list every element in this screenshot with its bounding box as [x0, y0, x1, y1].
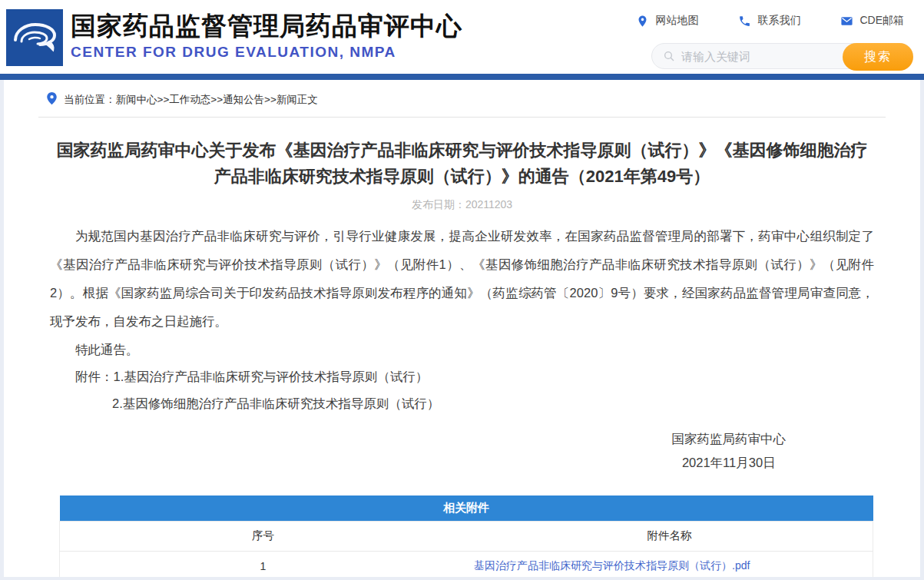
publish-date-value: 20211203: [465, 198, 512, 210]
attachment-file-link-1[interactable]: 基因治疗产品非临床研究与评价技术指导原则（试行）.pdf: [474, 559, 750, 572]
article: 国家药监局药审中心关于发布《基因治疗产品非临床研究与评价技术指导原则（试行）》《…: [4, 138, 920, 577]
cde-mail-link[interactable]: CDE邮箱: [840, 14, 904, 28]
table-row: 1 基因治疗产品非临床研究与评价技术指导原则（试行）.pdf: [60, 551, 873, 577]
signature-block: 国家药监局药审中心 2021年11月30日: [672, 427, 787, 475]
publish-date-label: 发布日期：: [412, 198, 465, 210]
article-title: 国家药监局药审中心关于发布《基因治疗产品非临床研究与评价技术指导原则（试行）》《…: [50, 138, 874, 190]
sitemap-label: 网站地图: [655, 14, 698, 28]
signature-date: 2021年11月30日: [672, 451, 787, 475]
attachment-list-line-2: 2.基因修饰细胞治疗产品非临床研究技术指导原则（试行）: [112, 390, 874, 417]
header-divider-bar: [0, 74, 924, 80]
breadcrumb-path[interactable]: 新闻中心>>工作动态>>通知公告>>新闻正文: [116, 93, 318, 107]
sitemap-link[interactable]: 网站地图: [636, 14, 698, 28]
site-title-en: CENTER FOR DRUG EVALUATION, NMPA: [71, 44, 462, 61]
column-header-name: 附件名称: [466, 521, 873, 551]
content-container: 当前位置： 新闻中心>>工作动态>>通知公告>>新闻正文 国家药监局药审中心关于…: [4, 80, 920, 577]
related-attachments-table: 相关附件 序号 附件名称 1 基因治疗产品非临床研究与评价技术指导原则（试行）.…: [59, 495, 873, 577]
mail-icon: [840, 15, 853, 28]
contact-link[interactable]: 联系我们: [738, 14, 800, 28]
header-quick-links: 网站地图 联系我们 CDE邮箱: [636, 14, 904, 28]
search-bar: 搜索: [651, 43, 913, 69]
attachment-label: 附件：: [75, 370, 114, 383]
article-paragraph: 为规范国内基因治疗产品非临床研究与评价，引导行业健康发展，提高企业研发效率，在国…: [50, 222, 874, 336]
breadcrumb-prefix: 当前位置：: [64, 93, 116, 107]
phone-icon: [738, 15, 751, 28]
notice-line: 特此通告。: [50, 336, 874, 363]
cde-mail-label: CDE邮箱: [859, 14, 904, 28]
search-input[interactable]: [681, 50, 827, 63]
breadcrumb: 当前位置： 新闻中心>>工作动态>>通知公告>>新闻正文: [38, 80, 886, 118]
row-1-no: 1: [60, 551, 467, 577]
attachment-list-line-1: 附件：1.基因治疗产品非临床研究与评价技术指导原则（试行）: [50, 363, 874, 390]
attachment-item-1: 1.基因治疗产品非临床研究与评价技术指导原则（试行）: [114, 370, 429, 383]
contact-label: 联系我们: [757, 14, 800, 28]
signer-name: 国家药监局药审中心: [672, 427, 787, 451]
attachments-table-title: 相关附件: [60, 495, 873, 521]
search-button[interactable]: 搜索: [843, 43, 913, 71]
cde-logo: [6, 9, 63, 66]
publish-date: 发布日期：20211203: [50, 198, 874, 212]
search-icon: [663, 50, 675, 62]
column-header-no: 序号: [60, 521, 467, 551]
location-pin-icon: [46, 91, 58, 105]
site-title-cn: 国家药品监督管理局药品审评中心: [71, 11, 462, 41]
map-pin-icon: [636, 15, 649, 28]
site-header: 国家药品监督管理局药品审评中心 CENTER FOR DRUG EVALUATI…: [0, 0, 924, 74]
